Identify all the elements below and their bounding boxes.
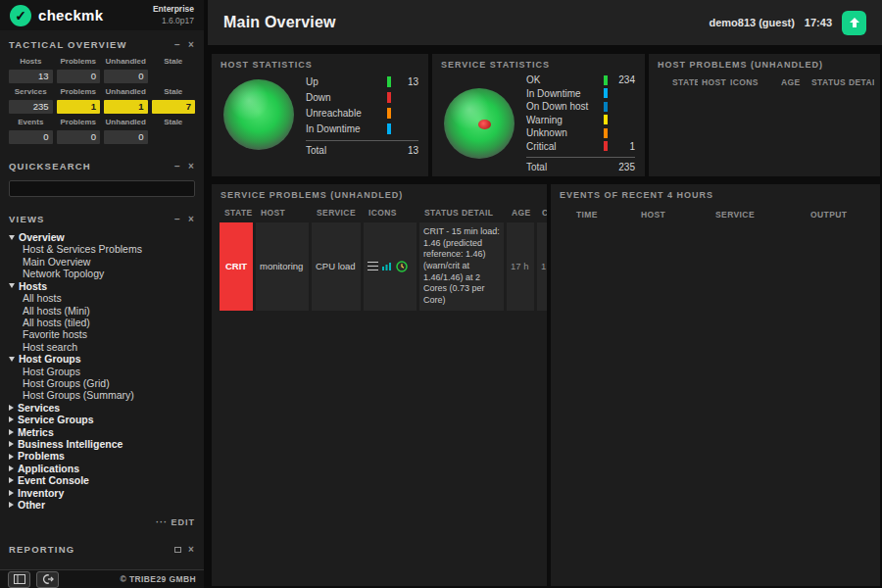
views-folder-services[interactable]: Services (9, 402, 195, 414)
column-header-host[interactable]: HOST (256, 208, 309, 218)
column-header-state[interactable]: STATE (672, 77, 698, 87)
services-stale-cell[interactable]: 7 (152, 100, 196, 114)
column-header-status-detail[interactable]: STATUS DETAIL (811, 77, 874, 87)
events-total-cell[interactable]: 0 (9, 130, 53, 144)
chevron-right-icon (9, 490, 14, 496)
column-header-age[interactable]: AGE (781, 77, 808, 87)
view-link-host-groups[interactable]: Host Groups (9, 366, 195, 377)
chevron-right-icon (9, 477, 14, 483)
snapin-title: TACTICAL OVERVIEW (9, 39, 127, 50)
panel-title: HOST PROBLEMS (UNHANDLED) (649, 54, 880, 72)
views-folder-overview[interactable]: Overview (9, 231, 195, 243)
view-link-all-hosts[interactable]: All hosts (9, 292, 195, 304)
service-graph-icon[interactable] (381, 262, 393, 271)
column-header-service[interactable]: SERVICE (715, 210, 807, 220)
minimize-icon[interactable]: − (174, 40, 181, 50)
minimize-icon[interactable]: − (174, 215, 181, 224)
hosts-problems-cell[interactable]: 0 (57, 70, 101, 83)
snapin-title: VIEWS (9, 214, 45, 224)
logout-icon (42, 574, 54, 584)
views-folder-problems[interactable]: Problems (9, 450, 195, 462)
column-header-time[interactable]: TIME (576, 210, 637, 220)
checkmk-logo-icon[interactable]: ✓ (10, 5, 31, 26)
views-folder-other[interactable]: Other (9, 499, 195, 511)
state-cell-crit[interactable]: CRIT (220, 222, 253, 311)
legend-row-critical[interactable]: Critical 1 (526, 140, 635, 154)
legend-row-down[interactable]: Down (306, 89, 418, 105)
legend-row-unknown[interactable]: Unknown (526, 126, 635, 140)
view-label: Host Groups (23, 366, 80, 377)
hosts-unhandled-cell[interactable]: 0 (104, 70, 148, 83)
views-folder-service-groups[interactable]: Service Groups (9, 414, 195, 425)
views-folder-host-groups[interactable]: Host Groups (9, 353, 195, 365)
legend-label: Down (306, 92, 387, 103)
views-folder-metrics[interactable]: Metrics (9, 426, 195, 438)
close-icon[interactable]: × (188, 40, 195, 50)
logout-button[interactable] (36, 571, 59, 588)
chevron-down-icon (9, 235, 15, 240)
column-header-status-detail[interactable]: STATUS DETAIL (419, 208, 504, 218)
legend-row-on-down-host[interactable]: On Down host (526, 100, 635, 114)
view-link-all-hosts-mini[interactable]: All hosts (Mini) (9, 305, 195, 317)
legend-row-ok[interactable]: OK 234 (526, 74, 635, 87)
restore-icon[interactable] (174, 547, 181, 553)
column-header-output[interactable]: OUTPUT (810, 210, 874, 220)
scroll-to-top-button[interactable] (842, 11, 866, 35)
legend-row-up[interactable]: Up 13 (306, 74, 418, 89)
service-cell[interactable]: CPU load (312, 222, 361, 311)
tactical-col-header: Unhandled (104, 87, 148, 96)
view-link-host-search[interactable]: Host search (9, 341, 195, 353)
view-link-network-topology[interactable]: Network Topology (9, 268, 195, 279)
brand-name: checkmk (38, 7, 103, 24)
events-unhandled-cell[interactable]: 0 (104, 130, 148, 144)
column-header-host[interactable]: HOST (702, 77, 726, 87)
edition-label: Enterprise (153, 4, 194, 15)
events-problems-cell[interactable]: 0 (57, 130, 101, 144)
column-header-age[interactable]: AGE (507, 208, 534, 218)
view-link-host-groups-summary[interactable]: Host Groups (Summary) (9, 389, 195, 401)
views-folder-business-intelligence[interactable]: Business Intelligence (9, 438, 195, 450)
column-header-checked[interactable]: CHECKED (537, 208, 547, 218)
legend-color-bar (604, 102, 608, 112)
column-header-service[interactable]: SERVICE (312, 208, 361, 218)
legend-row-in-downtime[interactable]: In Downtime (306, 121, 418, 136)
hosts-total-cell[interactable]: 13 (9, 70, 53, 83)
view-link-favorite-hosts[interactable]: Favorite hosts (9, 328, 195, 340)
services-total-cell[interactable]: 235 (9, 100, 53, 114)
host-cell[interactable]: monitoring (256, 222, 309, 311)
view-link-all-hosts-tiled[interactable]: All hosts (tiled) (9, 317, 195, 328)
close-icon[interactable]: × (188, 215, 195, 224)
sidebar-position-button[interactable] (8, 571, 30, 588)
close-icon[interactable]: × (188, 162, 195, 172)
minimize-icon[interactable]: − (174, 162, 181, 172)
topbar-right: demo813 (guest) 17:43 (709, 11, 866, 35)
view-link-main-overview[interactable]: Main Overview (9, 256, 195, 268)
close-icon[interactable]: × (188, 545, 195, 555)
views-folder-event-console[interactable]: Event Console (9, 474, 195, 486)
column-header-icons[interactable]: ICONS (730, 77, 777, 87)
column-header-icons[interactable]: ICONS (364, 208, 416, 218)
tactical-events-label: Events (9, 118, 53, 126)
sidebar-footer: © TRIBE29 GMBH (0, 569, 204, 588)
views-folder-inventory[interactable]: Inventory (9, 487, 195, 499)
clock-icon[interactable] (396, 261, 408, 272)
services-unhandled-cell[interactable]: 1 (104, 100, 148, 114)
chevron-down-icon (9, 357, 15, 362)
legend-row-warning[interactable]: Warning (526, 114, 635, 127)
views-edit-button[interactable]: ··· EDIT (9, 517, 195, 527)
legend-row-unreachable[interactable]: Unreachable (306, 105, 418, 121)
views-folder-applications[interactable]: Applications (9, 463, 195, 474)
quicksearch-input[interactable] (9, 180, 195, 197)
legend-color-bar (604, 128, 608, 138)
views-folder-hosts[interactable]: Hosts (9, 280, 195, 292)
services-problems-cell[interactable]: 1 (57, 100, 101, 114)
column-header-state[interactable]: STATE (220, 208, 253, 218)
legend-row-in-downtime[interactable]: In Downtime (526, 87, 635, 101)
host-problems-panel: HOST PROBLEMS (UNHANDLED) STATE HOST ICO… (649, 54, 880, 176)
action-menu-icon[interactable] (368, 262, 378, 270)
view-label: Event Console (18, 474, 89, 486)
legend-value: 234 (608, 74, 635, 85)
view-link-host-services-problems[interactable]: Host & Services Problems (9, 243, 195, 255)
column-header-host[interactable]: HOST (641, 210, 711, 220)
view-link-host-groups-grid[interactable]: Host Groups (Grid) (9, 377, 195, 389)
